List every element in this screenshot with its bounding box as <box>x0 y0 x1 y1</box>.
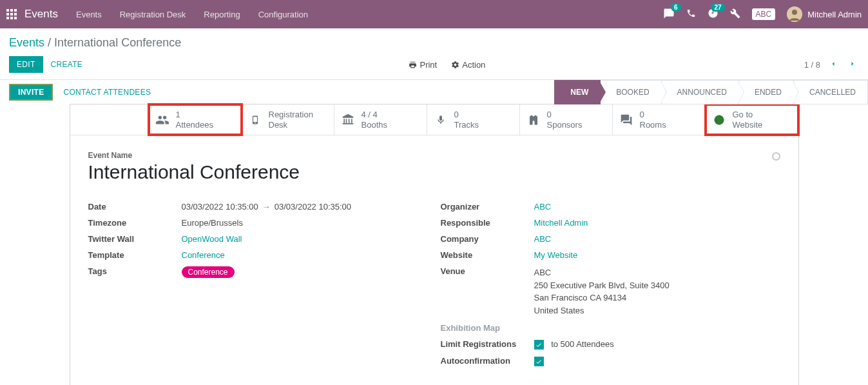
value-company[interactable]: ABC <box>534 234 780 244</box>
svg-rect-5 <box>14 13 17 15</box>
svg-rect-2 <box>14 9 17 12</box>
label-autoconfirmation: Autoconfirmation <box>441 356 534 366</box>
value-twitter-wall[interactable]: OpenWood Wall <box>182 234 428 244</box>
apps-icon[interactable] <box>6 9 17 19</box>
stage-booked[interactable]: BOOKED <box>601 80 661 104</box>
value-website[interactable]: My Website <box>534 250 780 260</box>
label-twitter-wall: Twitter Wall <box>88 234 182 244</box>
app-brand[interactable]: Events <box>24 8 58 21</box>
stat-go-to-website[interactable]: Go toWebsite <box>706 104 798 135</box>
company-switcher[interactable]: ABC <box>752 8 776 20</box>
svg-point-10 <box>792 10 797 15</box>
svg-rect-7 <box>10 17 13 19</box>
tag-conference[interactable]: Conference <box>182 266 235 278</box>
stat-registration-desk[interactable]: RegistrationDesk <box>242 104 334 135</box>
label-responsible: Responsible <box>441 218 534 228</box>
edit-button[interactable]: EDIT <box>9 56 43 73</box>
activities-icon[interactable]: 27 <box>708 8 719 21</box>
invite-button[interactable]: INVITE <box>9 84 53 101</box>
value-timezone: Europe/Brussels <box>182 218 428 228</box>
pager-position[interactable]: 1 / 8 <box>804 60 820 70</box>
label-website: Website <box>441 250 534 260</box>
breadcrumb-current: International Conference <box>54 36 181 49</box>
label-limit-registrations: Limit Registrations <box>441 339 534 350</box>
label-timezone: Timezone <box>88 218 182 228</box>
menu-registration-desk[interactable]: Registration Desk <box>120 10 186 19</box>
stage-bar: NEW BOOKED ANNOUNCED ENDED CANCELLED <box>554 80 868 104</box>
svg-rect-3 <box>6 13 9 15</box>
value-tags: Conference <box>182 266 428 278</box>
vest-icon <box>526 114 541 126</box>
svg-rect-0 <box>6 9 9 12</box>
breadcrumb: Events / International Conference <box>0 28 868 54</box>
label-exhibition-map: Exhibition Map <box>441 323 534 333</box>
svg-rect-6 <box>6 17 9 19</box>
value-organizer[interactable]: ABC <box>534 202 780 212</box>
stat-tracks[interactable]: 0Tracks <box>427 104 520 135</box>
stage-cancelled[interactable]: CANCELLED <box>794 80 868 104</box>
users-icon <box>155 113 169 127</box>
avatar <box>787 6 802 22</box>
messages-badge: 6 <box>671 3 681 12</box>
checkbox-limit[interactable] <box>534 340 544 350</box>
svg-rect-8 <box>14 17 17 19</box>
stat-sponsors[interactable]: 0Sponsors <box>520 104 613 135</box>
globe-icon <box>712 114 726 126</box>
label-venue: Venue <box>441 266 534 317</box>
debug-icon[interactable] <box>730 8 740 21</box>
print-button[interactable]: Print <box>409 60 437 70</box>
value-autoconfirmation <box>534 356 780 366</box>
value-venue: ABC 250 Executive Park Blvd, Suite 3400 … <box>534 266 780 317</box>
pager-prev[interactable] <box>827 60 840 70</box>
value-limit-registrations: to 500 Attendees <box>534 339 780 350</box>
mobile-icon <box>248 114 262 126</box>
label-organizer: Organizer <box>441 202 534 212</box>
menu-events[interactable]: Events <box>76 10 102 19</box>
label-template: Template <box>88 250 182 260</box>
svg-rect-4 <box>10 13 13 15</box>
stage-announced[interactable]: ANNOUNCED <box>662 80 739 104</box>
stage-ended[interactable]: ENDED <box>739 80 794 104</box>
stage-new[interactable]: NEW <box>554 80 601 104</box>
checkbox-autoconfirm[interactable] <box>534 357 544 366</box>
stat-attendees[interactable]: 1Attendees <box>149 104 242 135</box>
label-date: Date <box>88 202 182 212</box>
pager-next[interactable] <box>846 60 859 70</box>
activities-badge: 27 <box>711 3 724 12</box>
chat-icon <box>619 114 633 126</box>
messages-icon[interactable]: 6 <box>663 8 675 21</box>
form-sheet: 1Attendees RegistrationDesk 4 / 4Booths … <box>70 104 799 385</box>
value-responsible[interactable]: Mitchell Admin <box>534 218 780 228</box>
svg-rect-1 <box>10 9 13 12</box>
menu-configuration[interactable]: Configuration <box>258 10 308 19</box>
action-button[interactable]: Action <box>451 60 485 70</box>
kanban-state-dot[interactable] <box>772 152 780 161</box>
venue-name[interactable]: ABC <box>534 266 780 279</box>
value-date: 03/03/2022 10:35:00→03/03/2022 10:35:00 <box>182 202 428 212</box>
pager: 1 / 8 <box>804 60 859 70</box>
contact-attendees-button[interactable]: CONTACT ATTENDEES <box>63 88 151 97</box>
menu-reporting[interactable]: Reporting <box>204 10 240 19</box>
event-name: International Conference <box>88 161 780 183</box>
breadcrumb-root[interactable]: Events <box>9 36 44 49</box>
stat-booths[interactable]: 4 / 4Booths <box>334 104 427 135</box>
create-button[interactable]: CREATE <box>43 56 91 73</box>
user-name: Mitchell Admin <box>807 10 862 19</box>
event-name-label: Event Name <box>88 151 780 160</box>
top-navbar: Events Events Registration Desk Reportin… <box>0 0 868 28</box>
stat-rooms[interactable]: 0Rooms <box>613 104 706 135</box>
label-tags: Tags <box>88 266 182 278</box>
label-company: Company <box>441 234 534 244</box>
value-template[interactable]: Conference <box>182 250 428 260</box>
bank-icon <box>341 114 355 126</box>
microphone-icon <box>434 114 448 126</box>
user-menu[interactable]: Mitchell Admin <box>787 6 862 22</box>
phone-icon[interactable] <box>686 8 696 20</box>
